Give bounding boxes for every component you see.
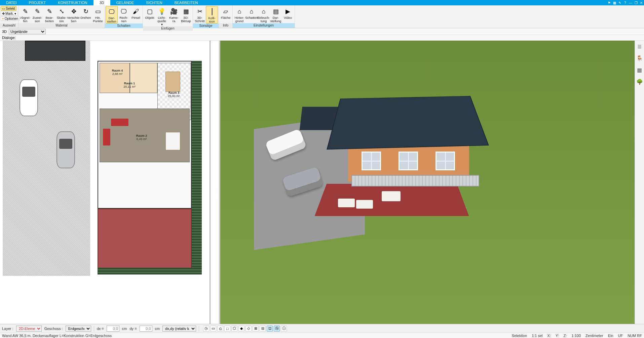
dx-input[interactable] [107, 326, 119, 332]
darstellung-button[interactable]: ▤Dar- stellung [270, 6, 282, 23]
pinsel-button[interactable]: 🖌Pinsel [130, 6, 142, 19]
verschieben-icon: ✥ [69, 7, 78, 16]
toggle-icon-0[interactable]: ◷ [203, 326, 209, 332]
menu-tab-datei[interactable]: DATEI [0, 0, 23, 5]
close-icon[interactable]: ✕ [639, 0, 644, 5]
group-label: Schatten [105, 24, 143, 28]
status-y: Y: [556, 334, 559, 338]
palette-icon[interactable]: ▦ [637, 67, 642, 73]
group-label: Einstellungen [233, 23, 295, 28]
view-2d[interactable]: Raum 42,88 m² Raum 120,11 m² Raum 325,00… [0, 41, 220, 324]
geschoss-label: Geschoss : [44, 327, 63, 331]
kollision-button[interactable]: ⎮Kolli- sion [206, 6, 218, 24]
menu-tab-projekt[interactable]: PROJEKT [23, 0, 52, 5]
side-panel: ≣ 🪑 ▦ 🌳 [635, 41, 644, 324]
room3-label: Raum 325,00 m² [162, 91, 186, 98]
help-icon[interactable]: ? [622, 0, 628, 5]
darstellung-label: Dar- stellung [270, 16, 281, 23]
objekt-button[interactable]: ▢Objekt [144, 6, 156, 19]
schatten-label: Schatten [245, 16, 258, 19]
darstellen-button[interactable]: 🖵Dar- stellen [106, 6, 118, 24]
rechnen-button[interactable]: 🖵Rech- nen [118, 6, 130, 23]
objekt-icon: ▢ [145, 7, 154, 16]
menu-tab-bearbeiten[interactable]: BEARBEITEN [168, 0, 204, 5]
abgreifen-icon: ✎ [21, 7, 30, 16]
toggle-icon-7[interactable]: ⊞ [253, 326, 259, 332]
ribbon-group-material: ✎Abgrei- fen✎Zuwei- sen✎Bear- beiten⤡Ska… [18, 5, 105, 28]
schatten-button[interactable]: ⌂Schatten [245, 6, 258, 19]
video-label: Video [284, 16, 292, 19]
minimize-icon[interactable]: — [628, 0, 633, 5]
toggle-icon-5[interactable]: ◆ [238, 326, 244, 332]
status-units: Zentimeter [585, 334, 603, 338]
toggle-icon-6[interactable]: ◇ [245, 326, 252, 332]
toggle-icon-2[interactable]: ⎙ [217, 326, 223, 332]
driveway-2d [3, 41, 90, 276]
menu-tab-sichten[interactable]: SICHTEN [140, 0, 168, 5]
3dbitmap-icon: ▦ [181, 7, 191, 16]
status-selektion: Selektion [512, 334, 527, 338]
dx-label: dx = [97, 327, 104, 331]
dy-input[interactable] [140, 326, 152, 332]
hinpunkt-button[interactable]: ▭Hin. Punkte [92, 6, 104, 23]
drehen-label: Drehen [80, 16, 91, 19]
toggle-icon-1[interactable]: ▭ [210, 326, 216, 332]
toggle-icon-4[interactable]: ⬡ [231, 326, 237, 332]
dy-label: dy = [129, 327, 137, 331]
lichtquelle-button[interactable]: 💡Licht- quelle ▾ [156, 6, 168, 26]
optionen-button[interactable]: +Optionen [1, 16, 20, 21]
hinpunkt-icon: ▭ [93, 7, 103, 16]
video-button[interactable]: ▶Video [282, 6, 294, 19]
workspace: Raum 42,88 m² Raum 120,11 m² Raum 325,00… [0, 41, 644, 324]
window-buttons: ⚑ ▦ ✎ ? — ❐ ✕ [606, 0, 644, 5]
maximize-icon[interactable]: ❐ [633, 0, 639, 5]
status-left: Wand AW 36,5 m. Deckenauflager L=Konstru… [2, 334, 112, 338]
flag-icon[interactable]: ⚑ [606, 0, 612, 5]
drehen-button[interactable]: ↻Drehen [80, 6, 92, 19]
abgreifen-button[interactable]: ✎Abgrei- fen [19, 6, 31, 23]
abgreifen-label: Abgrei- fen [20, 16, 31, 23]
toggle-icon-8[interactable]: ⊟ [260, 326, 266, 332]
hedge-bottom [98, 268, 202, 274]
tree-icon[interactable]: 🌳 [636, 79, 643, 85]
3dschnitt-icon: ✂ [195, 7, 204, 16]
furn-icon[interactable]: 🪑 [636, 55, 643, 61]
toggle-icon-3[interactable]: □ [224, 326, 230, 332]
beleuchtung-button[interactable]: ⌂Beleuch- tung [258, 6, 270, 23]
3dbitmap-button[interactable]: ▦3D- Bitmap [180, 6, 192, 23]
edit-icon[interactable]: ✎ [617, 0, 622, 5]
bearbeiten-button[interactable]: ✎Bear- beiten [43, 6, 55, 23]
ribbon: ▭Selekt ✥Mark.▾ +Optionen Auswahl ✎Abgre… [0, 5, 644, 28]
layer-select[interactable]: Urgelände [9, 29, 46, 34]
toggle-icon-11[interactable]: ⓘ [281, 326, 287, 332]
hintergrund-button[interactable]: ⌂Hinter- grund [233, 6, 245, 23]
layer-select-bottom[interactable]: 2D-Elemen [16, 326, 42, 332]
menu-tab-3d[interactable]: 3D [93, 0, 110, 5]
coord-mode-select[interactable]: dx,dy (relativ ka [162, 326, 196, 332]
ribbon-group-einstellungen: ⌂Hinter- grund⌂Schatten⌂Beleuch- tung▤Da… [233, 5, 295, 28]
menu-tab-konstruktion[interactable]: KONSTRUKTION [52, 0, 93, 5]
skalieren-button[interactable]: ⤡Skalie- ren [55, 6, 68, 23]
3dschnitt-button[interactable]: ✂3D- Schnitt [194, 6, 206, 23]
menu-tab-gelände[interactable]: GELÄNDE [110, 0, 140, 5]
zuweisen-button[interactable]: ✎Zuwei- sen [31, 6, 43, 23]
zuweisen-label: Zuwei- sen [33, 16, 42, 23]
kollision-icon: ⎮ [207, 7, 217, 16]
toggle-icon-9[interactable]: ⊡ [267, 326, 273, 332]
hinpunkt-label: Hin. Punkte [93, 16, 103, 23]
lounger-1 [338, 199, 355, 207]
layer-label: Layer : [2, 327, 13, 331]
terrace-2d [98, 209, 192, 269]
mark-button[interactable]: ✥Mark.▾ [1, 11, 17, 16]
schatten-icon: ⌂ [247, 7, 256, 16]
sub-toolbar: 3D Urgelände [0, 28, 644, 35]
toggle-icon-10[interactable]: Ⓝ [274, 326, 280, 332]
kamera-button[interactable]: 🎥Kame- ra [168, 6, 180, 23]
layers-icon[interactable]: ≣ [637, 43, 642, 50]
flaeche-button[interactable]: ▱Fläche [220, 6, 232, 19]
verschieben-button[interactable]: ✥Verschie- ben [68, 6, 80, 23]
selekt-button[interactable]: ▭Selekt [1, 6, 16, 11]
view-3d[interactable]: ≣ 🪑 ▦ 🌳 [220, 41, 644, 324]
geschoss-select[interactable]: Erdgeschos [66, 326, 91, 332]
grid-icon[interactable]: ▦ [612, 0, 617, 5]
